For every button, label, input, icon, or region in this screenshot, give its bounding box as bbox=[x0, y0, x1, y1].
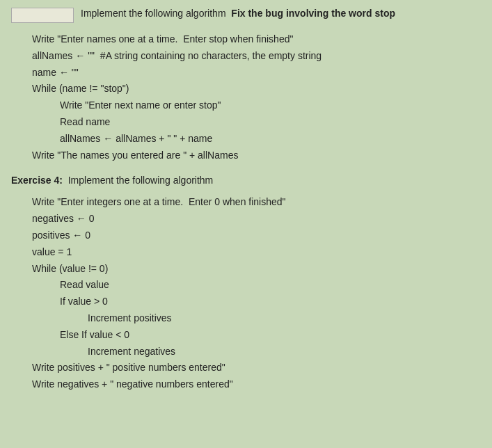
ex3-line-7: Write "The names you entered are " + all… bbox=[32, 147, 481, 164]
ex4-line-9: Increment negatives bbox=[88, 344, 481, 360]
ex4-line-8: Else If value < 0 bbox=[60, 327, 481, 344]
ex3-line-1: allNames ← "" #A string containing no ch… bbox=[32, 48, 481, 65]
exercise-3-box bbox=[11, 8, 74, 23]
exercise-4-algorithm: Write "Enter integers one at a time. Ent… bbox=[32, 194, 481, 393]
exercise-4-header: Exercise 4: Implement the following algo… bbox=[11, 175, 481, 186]
exercise-3-header: Implement the following algorithm Fix th… bbox=[11, 7, 481, 23]
ex3-line-2: name ← "" bbox=[32, 65, 481, 81]
ex4-line-3: value = 1 bbox=[32, 244, 481, 261]
ex4-line-7: Increment positives bbox=[88, 310, 481, 327]
ex3-line-0: Write "Enter names one at a time. Enter … bbox=[32, 31, 481, 48]
exercise-3-title: Implement the following algorithm Fix th… bbox=[81, 7, 395, 21]
ex4-line-1: negatives ← 0 bbox=[32, 211, 481, 227]
exercise-3-title-bold: Fix the bug involving the word stop bbox=[231, 8, 395, 19]
ex4-line-11: Write negatives + " negative numbers ent… bbox=[32, 376, 481, 393]
ex4-line-4: While (value != 0) bbox=[32, 261, 481, 278]
ex4-line-2: positives ← 0 bbox=[32, 227, 481, 244]
ex4-line-0: Write "Enter integers one at a time. Ent… bbox=[32, 194, 481, 211]
ex4-line-10: Write positives + " positive numbers ent… bbox=[32, 360, 481, 376]
exercise-3-title-normal: Implement the following algorithm bbox=[81, 8, 226, 19]
exercise-3-algorithm: Write "Enter names one at a time. Enter … bbox=[32, 31, 481, 163]
exercise-4-title: Implement the following algorithm bbox=[68, 175, 214, 186]
ex4-line-5: Read value bbox=[60, 277, 481, 294]
page-container: Implement the following algorithm Fix th… bbox=[0, 0, 492, 448]
exercise-4-label: Exercise 4: bbox=[11, 175, 63, 186]
ex3-line-3: While (name != "stop") bbox=[32, 81, 481, 97]
ex3-line-6: allNames ← allNames + " " + name bbox=[60, 131, 481, 147]
ex4-line-6: If value > 0 bbox=[60, 294, 481, 310]
ex3-line-4: Write "Enter next name or enter stop" bbox=[60, 97, 481, 114]
ex3-line-5: Read name bbox=[60, 114, 481, 131]
